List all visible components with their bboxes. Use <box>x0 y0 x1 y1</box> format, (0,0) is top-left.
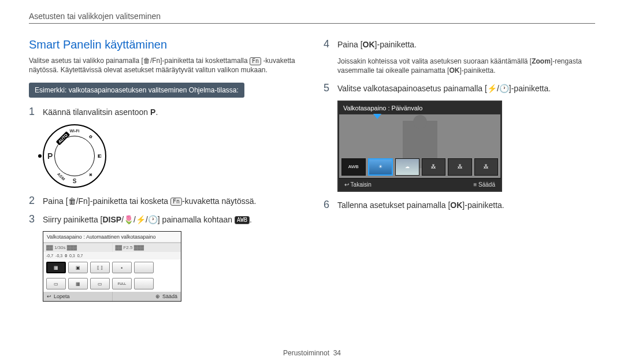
step-5: 5 Valitse valkotasapainoasetus painamall… <box>324 82 595 95</box>
step-6-text-b: ]-painiketta. <box>462 200 504 210</box>
wb-back-hint: ↩ Takaisin <box>344 181 372 188</box>
option-10 <box>134 278 154 289</box>
step-5-text-b: ]-painiketta. <box>509 84 551 93</box>
wb-thumb-row: AWB ☀ ☁ ⁂ ⁂ ⁂ <box>341 158 498 176</box>
option-5 <box>134 262 154 273</box>
option-6: ▭ <box>46 278 66 289</box>
option-4: ▪ <box>112 262 132 273</box>
panel-exit-hint: ↩Lopeta <box>43 292 113 301</box>
shutter-readout: ▓▓ 1/30s ▓▓▓ <box>43 243 113 252</box>
dial-icon-1: ✿ <box>89 135 92 139</box>
note-c: ]-painiketta. <box>459 66 495 75</box>
step-5-text-a: Valitse valkotasapainoasetus painamalla … <box>337 84 487 93</box>
trash-fn-icon-2: 🗑/Fn <box>68 196 88 206</box>
right-column: 4 Paina [OK]-painiketta. Joissakin kohte… <box>324 38 595 302</box>
intro-text: Valitse asetus tai valikko painamalla [🗑… <box>29 56 300 75</box>
back-icon: ↩ <box>47 294 51 299</box>
step-2-text-a: Paina [ <box>43 196 68 206</box>
option-8: ▭ <box>90 278 110 289</box>
flash-timer-icons: ⚡/🕐 <box>487 84 509 93</box>
example-banner: Esimerkki: valkotasapainoasetuksen valit… <box>29 83 244 98</box>
panel-title: Valkotasapaino : Automaattinen valkotasa… <box>43 232 181 243</box>
dial-icon-2: ◧ <box>98 154 102 158</box>
option-3: ⟦ ⟧ <box>90 262 110 273</box>
nav-icons: /🌷/⚡/🕐 <box>121 215 158 224</box>
wb-thumb-cloudy: ☁ <box>395 158 419 176</box>
dial-mode-p: P <box>47 151 53 161</box>
option-row-1: ▦ ▣ ⟦ ⟧ ▪ <box>43 259 181 276</box>
step-3-text-a: Siirry painiketta [ <box>43 215 102 224</box>
mode-p-label: P <box>150 107 155 117</box>
ok-label-1: OK <box>363 40 375 49</box>
wb-thumb-5: ⁂ <box>448 158 472 176</box>
aperture-readout: ▓▓ F2.5 ▓▓▓ <box>113 243 181 252</box>
step-2-number: 2 <box>29 195 37 207</box>
trash-fn-icon: 🗑/Fn <box>143 57 160 65</box>
step-3-text-b: ] painamalla kohtaan <box>158 215 235 224</box>
option-2: ▣ <box>68 262 88 273</box>
disp-label: DISP <box>102 215 121 224</box>
step-2: 2 Paina [🗑/Fn]-painiketta tai kosketa Fn… <box>29 195 300 207</box>
wb-adjust-hint: ≡ Säädä <box>473 181 495 188</box>
ev-scale: -0,7 -0,3 0 0,3 0,7 <box>43 252 181 259</box>
step-4: 4 Paina [OK]-painiketta. <box>324 38 595 51</box>
wb-title: Valkotasapaino : Päivänvalo <box>339 102 501 114</box>
header-rule <box>29 23 595 24</box>
option-7: ▦ <box>68 278 88 289</box>
intro-part-b: ]-painiketta tai koskettamalla <box>160 57 250 65</box>
footer-section: Perustoiminnot <box>283 349 329 357</box>
fn-key-icon: Fn <box>250 57 261 65</box>
intro-part-a: Valitse asetus tai valikko painamalla [ <box>29 57 143 65</box>
dial-mode-s: S <box>73 178 77 184</box>
footer-page-number: 34 <box>333 349 341 357</box>
wb-preview-screenshot: Valkotasapaino : Päivänvalo AWB ☀ ☁ ⁂ ⁂ … <box>337 101 502 192</box>
ok-label-2: OK <box>449 66 459 75</box>
wb-thumb-awb: AWB <box>341 158 366 176</box>
left-column: Smart Panelin käyttäminen Valitse asetus… <box>29 38 300 302</box>
step-4-number: 4 <box>324 38 332 50</box>
wb-thumb-4: ⁂ <box>422 158 446 176</box>
step-1-text-c: . <box>155 107 158 117</box>
step-3-text-c: . <box>250 215 252 224</box>
note-a: Joissakin kohteissa voit valita asetukse… <box>337 57 532 65</box>
adjust-icon-2: ≡ <box>473 181 477 188</box>
smart-panel-screenshot: Valkotasapaino : Automaattinen valkotasa… <box>43 231 181 302</box>
section-title: Smart Panelin käyttäminen <box>29 38 300 51</box>
step-6-text-a: Tallenna asetukset painamalla [ <box>337 200 450 210</box>
step-6-number: 6 <box>324 199 332 211</box>
awb-chip-icon: AWB <box>235 216 250 224</box>
selection-arrow-icon <box>373 114 381 119</box>
mode-dial-figure: P AUTO Wi-Fi ASM ✿ ◧ ✖ S <box>43 124 300 188</box>
breadcrumb: Asetusten tai valikkojen valitseminen <box>29 12 595 21</box>
dial-indicator-dot <box>38 154 42 158</box>
step-2-text-c: -kuvaketta näytössä. <box>182 196 256 206</box>
dial-icon-3: ✖ <box>89 173 92 177</box>
step-1: 1 Käännä tilanvalitsin asentoon P. <box>29 106 300 118</box>
ok-label-3: OK <box>450 200 462 210</box>
mode-dial: P AUTO Wi-Fi ASM ✿ ◧ ✖ S <box>43 124 106 188</box>
option-awb: ▦ <box>46 262 66 273</box>
wb-thumb-6: ⁂ <box>474 158 499 176</box>
option-9: FULL <box>112 278 132 289</box>
step-4-text-b: ]-painiketta. <box>375 40 417 49</box>
step-4-text-a: Paina [ <box>337 40 363 49</box>
option-row-2: ▭ ▦ ▭ FULL <box>43 276 181 292</box>
back-icon-2: ↩ <box>344 181 349 188</box>
step-2-text-b: ]-painiketta tai kosketa <box>88 196 170 206</box>
wb-thumb-daylight: ☀ <box>368 158 393 176</box>
step-6: 6 Tallenna asetukset painamalla [OK]-pai… <box>324 199 595 211</box>
step-3: 3 Siirry painiketta [DISP/🌷/⚡/🕐] painama… <box>29 213 300 226</box>
zoom-label: Zoom <box>532 57 551 65</box>
page-footer: Perustoiminnot 34 <box>0 349 624 357</box>
step-1-number: 1 <box>29 106 37 118</box>
step-1-text-a: Käännä tilanvalitsin asentoon <box>43 107 150 117</box>
adjust-icon: ⊕ <box>155 294 160 299</box>
fn-key-icon-2: Fn <box>170 198 182 206</box>
dial-mode-wifi: Wi-Fi <box>69 129 79 133</box>
step-4-note: Joissakin kohteissa voit valita asetukse… <box>337 57 595 75</box>
wb-preview-image: AWB ☀ ☁ ⁂ ⁂ ⁂ <box>339 114 500 178</box>
step-3-number: 3 <box>29 213 37 225</box>
step-5-number: 5 <box>324 82 332 94</box>
panel-adjust-hint: ⊕Säädä <box>113 292 181 301</box>
